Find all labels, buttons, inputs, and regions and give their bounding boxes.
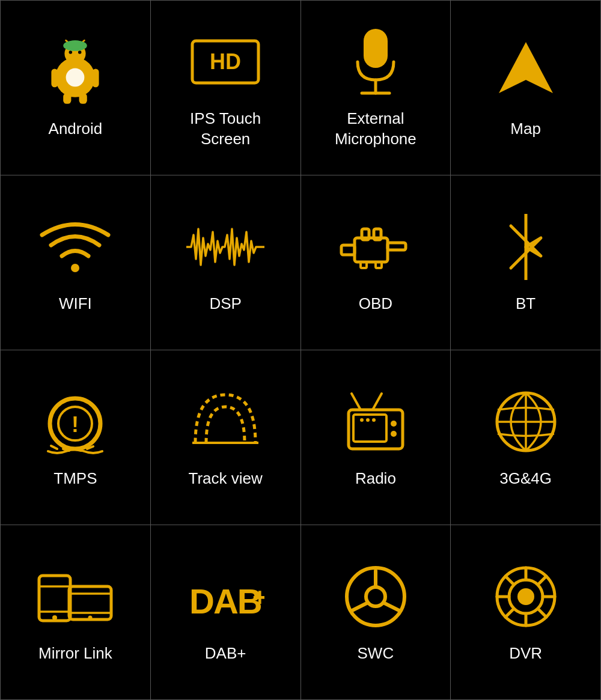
svg-rect-9 — [79, 93, 87, 104]
svg-text:!: ! — [72, 412, 79, 437]
cell-obd: OBD — [301, 175, 451, 350]
wifi-label: WIFI — [59, 294, 92, 314]
microphone-icon — [337, 26, 415, 98]
svg-point-42 — [366, 418, 370, 422]
obd-label: OBD — [359, 294, 392, 314]
svg-line-37 — [352, 394, 361, 410]
svg-rect-20 — [355, 238, 388, 262]
tmps-label: TMPS — [53, 469, 97, 489]
cell-swc: SWC — [301, 525, 451, 700]
svg-rect-6 — [52, 69, 58, 88]
svg-point-72 — [517, 588, 534, 605]
radio-label: Radio — [355, 469, 396, 489]
feature-grid: Android HD IPS TouchScreen External — [0, 0, 601, 700]
svg-line-60 — [352, 603, 368, 610]
tmps-icon: ! — [36, 386, 114, 458]
svg-line-61 — [383, 603, 399, 610]
cell-dsp: DSP — [151, 175, 301, 350]
ips-label: IPS TouchScreen — [190, 109, 261, 150]
cell-radio: Radio — [301, 350, 451, 525]
map-label: Map — [510, 119, 541, 139]
cell-wifi: WIFI — [1, 175, 151, 350]
svg-line-71 — [505, 609, 514, 617]
svg-line-38 — [373, 394, 382, 410]
cell-microphone: ExternalMicrophone — [301, 1, 451, 175]
cell-dab: DAB + DAB+ — [151, 525, 301, 700]
microphone-label: ExternalMicrophone — [335, 109, 416, 150]
cell-dvr: DVR — [451, 525, 601, 700]
dvr-icon — [487, 561, 565, 633]
cell-tmps: ! TMPS — [1, 350, 151, 525]
svg-point-40 — [391, 431, 397, 437]
obd-icon — [337, 211, 415, 283]
svg-point-2 — [69, 50, 73, 54]
svg-line-69 — [538, 609, 546, 617]
dab-icon: DAB + — [186, 561, 264, 633]
svg-rect-26 — [376, 262, 382, 268]
swc-label: SWC — [358, 644, 394, 664]
cell-android: Android — [1, 1, 151, 175]
cell-3g4g: 3G&4G — [451, 350, 601, 525]
svg-text:HD: HD — [210, 49, 241, 74]
bt-icon — [487, 211, 565, 283]
bt-label: BT — [516, 294, 535, 314]
mirrorlink-icon — [36, 561, 114, 633]
trackview-label: Track view — [188, 469, 262, 489]
cell-bt: BT — [451, 175, 601, 350]
svg-rect-36 — [353, 415, 386, 442]
android-icon — [36, 36, 114, 108]
svg-point-39 — [391, 421, 397, 427]
dsp-icon — [186, 211, 264, 283]
mirrorlink-label: Mirror Link — [38, 644, 112, 664]
dsp-label: DSP — [209, 294, 241, 314]
svg-point-43 — [372, 418, 376, 422]
svg-rect-47 — [39, 576, 70, 621]
3g4g-icon — [487, 386, 565, 458]
trackview-icon — [186, 386, 264, 458]
svg-point-54 — [88, 616, 93, 620]
svg-rect-51 — [69, 586, 111, 619]
svg-rect-25 — [361, 262, 367, 268]
svg-point-3 — [78, 50, 82, 54]
cell-ips: HD IPS TouchScreen — [151, 1, 301, 175]
svg-rect-22 — [388, 243, 406, 250]
svg-point-50 — [52, 615, 57, 620]
svg-marker-18 — [499, 42, 553, 93]
wifi-icon — [36, 211, 114, 283]
svg-point-19 — [71, 264, 79, 272]
svg-line-30 — [51, 446, 57, 449]
map-icon — [487, 36, 565, 108]
svg-line-70 — [538, 576, 546, 585]
android-label: Android — [49, 119, 103, 139]
cell-map: Map — [451, 1, 601, 175]
svg-text:DAB: DAB — [189, 582, 261, 621]
svg-rect-15 — [364, 29, 388, 68]
radio-icon — [337, 386, 415, 458]
svg-rect-8 — [64, 93, 72, 104]
svg-point-41 — [360, 418, 364, 422]
3g4g-label: 3G&4G — [499, 469, 552, 489]
swc-icon — [337, 561, 415, 633]
svg-point-10 — [66, 68, 85, 87]
cell-mirrorlink: Mirror Link — [1, 525, 151, 700]
ips-icon: HD — [186, 26, 264, 98]
cell-trackview: Track view — [151, 350, 301, 525]
svg-rect-21 — [341, 245, 355, 255]
dvr-label: DVR — [509, 644, 542, 664]
svg-text:+: + — [252, 583, 264, 611]
dab-label: DAB+ — [205, 644, 246, 664]
svg-rect-7 — [93, 69, 99, 88]
svg-line-68 — [505, 576, 514, 585]
svg-point-12 — [66, 40, 85, 48]
